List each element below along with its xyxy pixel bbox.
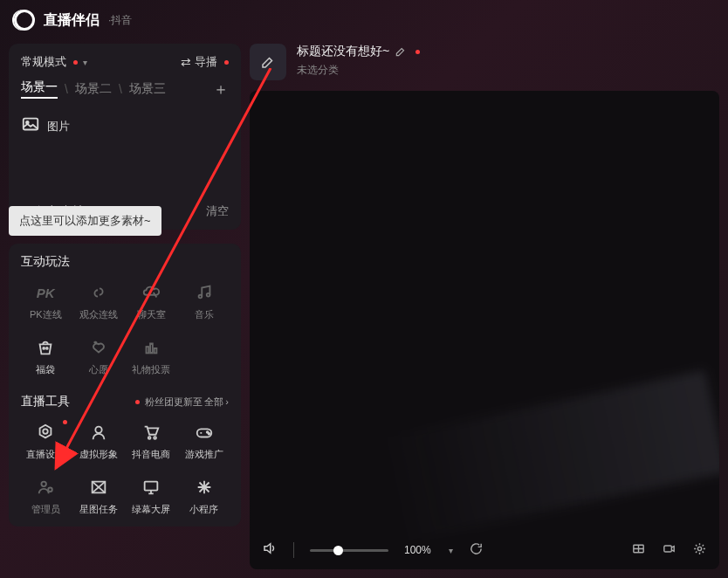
slider-thumb[interactable] bbox=[333, 546, 343, 555]
link-icon bbox=[89, 282, 108, 303]
interactive-item-wish[interactable]: 心愿 bbox=[74, 337, 124, 376]
import-button[interactable]: ⇄ 导播 bbox=[181, 54, 229, 70]
refresh-icon[interactable] bbox=[469, 541, 484, 559]
tool-virtual-avatar[interactable]: 虚拟形象 bbox=[74, 422, 124, 461]
preview-area[interactable]: 100% ▾ bbox=[250, 91, 719, 569]
svg-point-15 bbox=[208, 433, 209, 435]
svg-point-4 bbox=[44, 347, 45, 349]
sidebar: 常规模式 ▾ ⇄ 导播 场景一 \ 场景二 \ 场景三 ＋ 图片 bbox=[9, 44, 241, 526]
update-dot bbox=[135, 400, 140, 404]
svg-point-2 bbox=[198, 295, 202, 299]
import-indicator-dot bbox=[224, 60, 229, 65]
svg-rect-8 bbox=[155, 348, 157, 354]
volume-icon[interactable] bbox=[262, 540, 278, 560]
scene-panel: 常规模式 ▾ ⇄ 导播 场景一 \ 场景二 \ 场景三 ＋ 图片 bbox=[9, 44, 241, 230]
add-scene-button[interactable]: ＋ bbox=[213, 79, 229, 100]
svg-point-21 bbox=[697, 547, 701, 550]
clear-button[interactable]: 清空 bbox=[206, 203, 229, 219]
category-label[interactable]: 未选分类 bbox=[297, 63, 420, 78]
admin-icon bbox=[36, 477, 55, 498]
zoom-chevron-icon[interactable]: ▾ bbox=[449, 546, 453, 555]
stream-title[interactable]: 标题还没有想好~ bbox=[297, 44, 389, 59]
chevron-down-icon: ▾ bbox=[83, 58, 87, 67]
interactive-item-vote[interactable]: 礼物投票 bbox=[127, 337, 176, 376]
content-area: 标题还没有想好~ 未选分类 100% ▾ bbox=[250, 44, 719, 569]
svg-point-10 bbox=[95, 427, 101, 433]
mode-selector[interactable]: 常规模式 ▾ bbox=[21, 54, 87, 70]
interactive-item-pk[interactable]: PK PK连线 bbox=[21, 282, 71, 321]
toolbar-divider bbox=[293, 542, 294, 558]
vote-icon bbox=[141, 337, 161, 358]
svg-point-3 bbox=[207, 293, 210, 297]
camera-icon[interactable] bbox=[662, 541, 676, 559]
app-header: 直播伴侣 ·抖音 bbox=[0, 0, 728, 40]
cloud-icon bbox=[141, 282, 161, 303]
svg-point-16 bbox=[42, 482, 47, 487]
music-icon bbox=[195, 282, 214, 303]
svg-rect-7 bbox=[150, 343, 153, 353]
swap-icon: ⇄ bbox=[181, 55, 191, 69]
image-source-label: 图片 bbox=[47, 119, 70, 134]
interactive-item-music[interactable]: 音乐 bbox=[180, 282, 230, 321]
zoom-slider[interactable] bbox=[310, 549, 388, 552]
app-title: 直播伴侣 bbox=[44, 11, 100, 30]
tool-miniapp[interactable]: 小程序 bbox=[180, 477, 230, 516]
grid-icon[interactable] bbox=[631, 541, 646, 559]
preview-content bbox=[381, 370, 719, 541]
tool-admin[interactable]: 管理员 bbox=[21, 477, 71, 516]
add-source-tooltip: 点这里可以添加更多素材~ bbox=[9, 206, 161, 236]
import-label: 导播 bbox=[195, 54, 217, 70]
tool-ecommerce[interactable]: 抖音电商 bbox=[127, 422, 176, 461]
interactive-item-chatroom[interactable]: 聊天室 bbox=[127, 282, 176, 321]
scene-tab-3[interactable]: 场景三 bbox=[129, 81, 166, 97]
svg-point-5 bbox=[46, 347, 48, 349]
interactive-item-audience[interactable]: 观众连线 bbox=[74, 282, 124, 321]
svg-point-11 bbox=[148, 437, 151, 439]
tools-title: 直播工具 bbox=[21, 394, 70, 409]
tool-live-settings[interactable]: 直播设置 bbox=[21, 422, 71, 461]
screen-icon bbox=[141, 477, 161, 498]
avatar-icon bbox=[89, 422, 108, 443]
mode-label: 常规模式 bbox=[21, 54, 66, 70]
tool-star-task[interactable]: 星图任务 bbox=[74, 477, 124, 516]
task-icon bbox=[89, 477, 108, 498]
tool-game-promo[interactable]: 游戏推广 bbox=[180, 422, 230, 461]
scene-tab-1[interactable]: 场景一 bbox=[21, 79, 58, 99]
title-dot bbox=[416, 50, 420, 54]
svg-point-9 bbox=[44, 429, 49, 434]
logo-icon bbox=[14, 10, 35, 31]
app-subtitle: ·抖音 bbox=[108, 13, 132, 28]
svg-rect-6 bbox=[147, 347, 149, 353]
wish-icon bbox=[89, 337, 108, 358]
image-source-item[interactable]: 图片 bbox=[21, 108, 229, 137]
fans-update-link[interactable]: 粉丝团更新至 全部 › bbox=[132, 396, 229, 409]
preview-toolbar: 100% ▾ bbox=[250, 531, 719, 569]
cart-icon bbox=[141, 422, 161, 443]
interactive-title: 互动玩法 bbox=[21, 254, 229, 270]
zoom-value: 100% bbox=[404, 544, 431, 556]
scene-tab-2[interactable]: 场景二 bbox=[75, 81, 112, 97]
chevron-right-icon: › bbox=[225, 396, 229, 407]
tool-greenscreen[interactable]: 绿幕大屏 bbox=[127, 477, 176, 516]
pencil-icon bbox=[260, 54, 276, 70]
miniapp-icon bbox=[195, 477, 214, 498]
edit-icon[interactable] bbox=[395, 45, 407, 58]
gamepad-icon bbox=[195, 422, 214, 443]
pk-icon: PK bbox=[37, 282, 55, 303]
interactive-panel: 互动玩法 PK PK连线 观众连线 聊天室 bbox=[9, 244, 241, 526]
bag-icon bbox=[36, 337, 55, 358]
mode-indicator-dot bbox=[73, 60, 78, 65]
svg-rect-20 bbox=[664, 546, 672, 552]
image-icon bbox=[21, 115, 40, 137]
interactive-item-bag[interactable]: 福袋 bbox=[21, 337, 71, 376]
edit-title-button[interactable] bbox=[250, 44, 286, 80]
svg-point-12 bbox=[154, 437, 156, 439]
settings-icon[interactable] bbox=[692, 541, 707, 559]
svg-rect-18 bbox=[145, 482, 158, 491]
gear-icon bbox=[36, 422, 55, 443]
